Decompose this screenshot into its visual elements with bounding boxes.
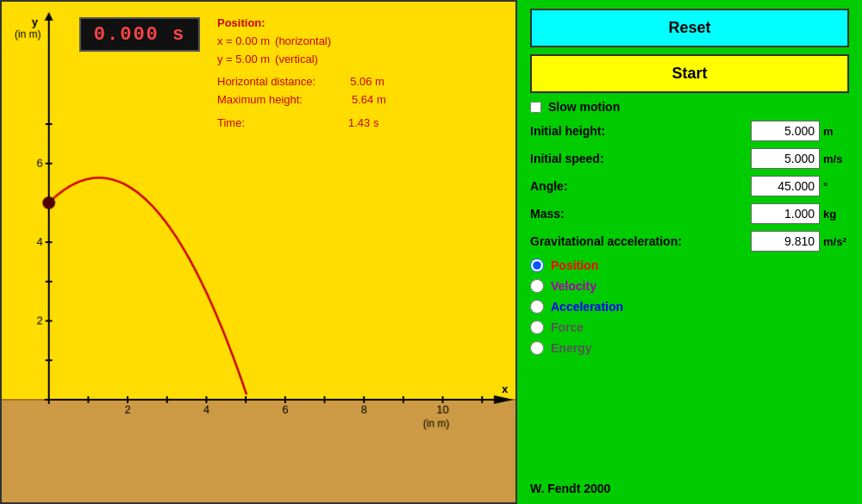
- radio-velocity-label: Velocity: [551, 279, 597, 293]
- radio-velocity[interactable]: [530, 279, 544, 293]
- timer-display: 0.000 s: [79, 17, 200, 52]
- angle-input[interactable]: [751, 176, 820, 196]
- mass-unit: kg: [823, 208, 849, 221]
- footer-text: W. Fendt 2000: [530, 482, 849, 495]
- info-overlay: Position: x = 0.00 m (horizontal) y = 5.…: [217, 15, 386, 133]
- time-label: Time:: [217, 115, 245, 133]
- grav-accel-input[interactable]: [751, 231, 820, 252]
- mass-label: Mass:: [530, 207, 751, 221]
- initial-speed-unit: m/s: [823, 152, 849, 165]
- initial-speed-input[interactable]: [751, 148, 820, 169]
- initial-height-unit: m: [823, 125, 849, 138]
- initial-height-input[interactable]: [751, 121, 820, 141]
- y-desc: (vertical): [275, 51, 318, 69]
- x-position: x = 0.00 m: [217, 33, 270, 51]
- controls-panel: Reset Start Slow motion Initial height: …: [517, 0, 862, 504]
- y-position: y = 5.00 m: [217, 51, 270, 69]
- max-height-value: 5.64 m: [352, 91, 386, 109]
- timer-value: 0.000 s: [94, 24, 185, 46]
- radio-energy-label: Energy: [551, 341, 591, 355]
- position-header: Position:: [217, 15, 386, 33]
- radio-position-label: Position: [551, 258, 598, 272]
- reset-button[interactable]: Reset: [530, 9, 849, 47]
- slow-motion-checkbox[interactable]: [530, 102, 541, 113]
- horiz-dist-label: Horizontal distance:: [217, 73, 315, 91]
- radio-acceleration-label: Acceleration: [551, 300, 623, 314]
- start-button[interactable]: Start: [530, 54, 849, 93]
- grav-accel-unit: m/s²: [823, 235, 849, 248]
- max-height-label: Maximum height:: [217, 91, 303, 109]
- angle-unit: °: [823, 180, 849, 193]
- radio-position[interactable]: [530, 258, 544, 272]
- grav-accel-label: Gravitational acceleration:: [530, 234, 751, 248]
- initial-speed-label: Initial speed:: [530, 152, 751, 165]
- mass-input[interactable]: [751, 203, 820, 224]
- time-value: 1.43 s: [348, 115, 378, 133]
- radio-energy[interactable]: [530, 341, 544, 355]
- radio-acceleration[interactable]: [530, 300, 544, 314]
- radio-force[interactable]: [530, 320, 544, 334]
- x-desc: (horizontal): [275, 33, 331, 51]
- slow-motion-label: Slow motion: [548, 100, 620, 114]
- radio-force-label: Force: [551, 320, 584, 334]
- initial-height-label: Initial height:: [530, 124, 751, 138]
- simulation-panel: 0.000 s Position: x = 0.00 m (horizontal…: [0, 0, 517, 504]
- angle-label: Angle:: [530, 179, 751, 193]
- horiz-dist-value: 5.06 m: [350, 73, 384, 91]
